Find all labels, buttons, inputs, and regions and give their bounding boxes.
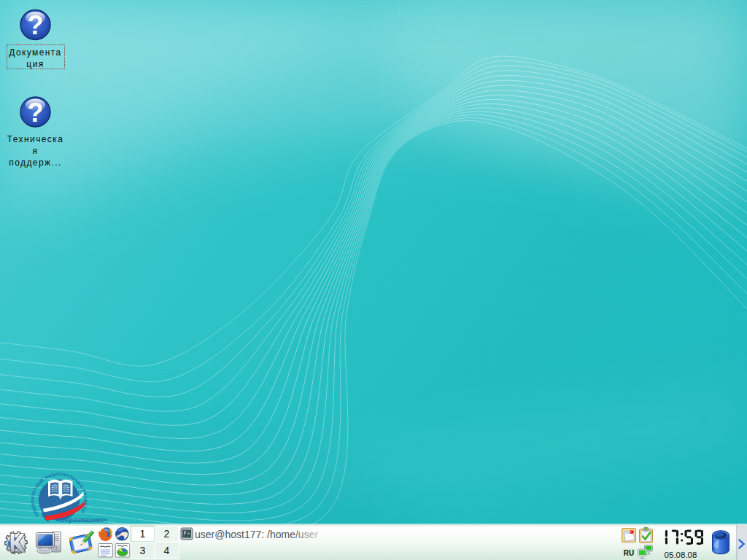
svg-text:RU: RU bbox=[624, 549, 634, 557]
svg-text:2: 2 bbox=[164, 528, 170, 540]
svg-text:user@host177: /home/user: user@host177: /home/user bbox=[195, 529, 318, 540]
svg-text:«Образование»: «Образование» bbox=[56, 516, 108, 524]
svg-text:?: ? bbox=[28, 98, 44, 128]
svg-text:1: 1 bbox=[140, 528, 146, 540]
svg-text:ция: ция bbox=[26, 59, 44, 69]
svg-text:4: 4 bbox=[164, 545, 170, 556]
svg-text:я: я bbox=[33, 146, 39, 156]
svg-text:?: ? bbox=[28, 10, 44, 40]
svg-text:Документа: Документа bbox=[9, 47, 61, 58]
svg-text:Техническа: Техническа bbox=[7, 134, 64, 144]
svg-text:3: 3 bbox=[140, 545, 146, 556]
svg-text:05.08.08: 05.08.08 bbox=[665, 551, 697, 559]
svg-text:поддерж...: поддерж... bbox=[9, 158, 61, 168]
